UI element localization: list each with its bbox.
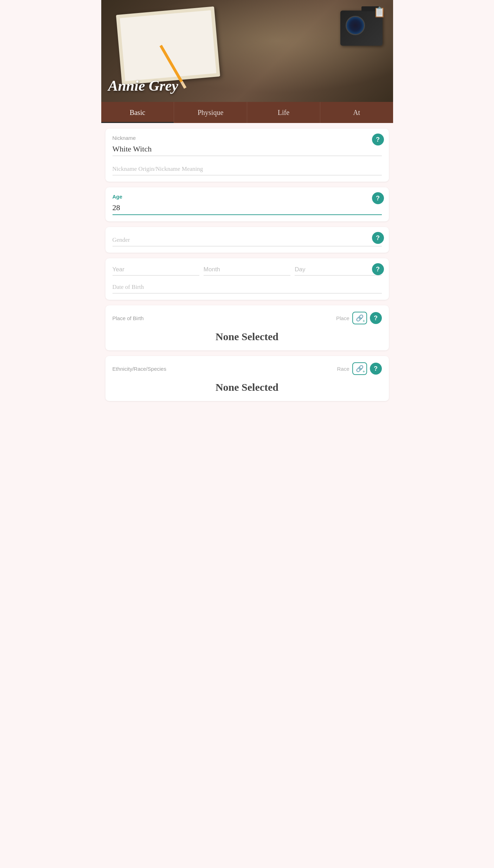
main-content: Nickname ? Age ? ? ? bbox=[101, 123, 393, 412]
race-tag: Race bbox=[337, 366, 349, 372]
age-help-button[interactable]: ? bbox=[372, 192, 384, 204]
dob-row bbox=[113, 265, 382, 276]
tab-life[interactable]: Life bbox=[247, 102, 320, 123]
tab-basic[interactable]: Basic bbox=[101, 102, 174, 123]
nickname-origin-input[interactable] bbox=[113, 162, 382, 175]
place-help-button[interactable]: ? bbox=[370, 312, 382, 324]
nickname-card: Nickname ? bbox=[105, 129, 389, 182]
character-name: Annie Grey bbox=[108, 77, 179, 94]
tab-at[interactable]: At bbox=[320, 102, 393, 123]
nickname-help-button[interactable]: ? bbox=[372, 134, 384, 145]
nickname-input[interactable] bbox=[113, 143, 382, 156]
dob-card: ? bbox=[105, 258, 389, 300]
ethnicity-none-selected: None Selected bbox=[113, 378, 382, 395]
age-label: Age bbox=[113, 194, 382, 200]
dob-help-button[interactable]: ? bbox=[372, 263, 384, 275]
age-card: Age ? bbox=[105, 187, 389, 221]
ethnicity-header: Ethnicity/Race/Species Race 🔗 + ? bbox=[113, 362, 382, 375]
day-input[interactable] bbox=[295, 265, 381, 276]
year-field bbox=[113, 265, 199, 276]
ethnicity-link-plus-icon: + bbox=[363, 369, 365, 374]
year-input[interactable] bbox=[113, 265, 199, 276]
gender-input[interactable] bbox=[113, 233, 382, 246]
ethnicity-link-button[interactable]: 🔗 + bbox=[352, 362, 367, 375]
link-plus-icon: + bbox=[363, 318, 365, 323]
ethnicity-right-controls: Race 🔗 + ? bbox=[337, 362, 381, 375]
edit-icon[interactable]: 📋 bbox=[371, 4, 388, 20]
nickname-label: Nickname bbox=[113, 135, 382, 141]
dob-input[interactable] bbox=[113, 280, 382, 293]
ethnicity-help-button[interactable]: ? bbox=[370, 363, 382, 375]
month-input[interactable] bbox=[204, 265, 290, 276]
tab-bar: Basic Physique Life At bbox=[101, 102, 393, 123]
place-of-birth-card: Place of Birth Place 🔗 + ? None Selected bbox=[105, 305, 389, 350]
ethnicity-label: Ethnicity/Race/Species bbox=[113, 366, 166, 372]
ethnicity-card: Ethnicity/Race/Species Race 🔗 + ? None S… bbox=[105, 356, 389, 401]
place-tag: Place bbox=[336, 315, 349, 321]
tab-physique[interactable]: Physique bbox=[174, 102, 247, 123]
place-of-birth-label: Place of Birth bbox=[113, 315, 144, 321]
month-field bbox=[204, 265, 290, 276]
place-right-controls: Place 🔗 + ? bbox=[336, 312, 382, 324]
place-header: Place of Birth Place 🔗 + ? bbox=[113, 312, 382, 324]
day-field bbox=[295, 265, 381, 276]
place-link-button[interactable]: 🔗 + bbox=[352, 312, 367, 324]
age-input[interactable] bbox=[113, 202, 382, 215]
notebook-decoration bbox=[116, 6, 220, 85]
hero-section: 📋 Annie Grey bbox=[101, 0, 393, 102]
gender-help-button[interactable]: ? bbox=[372, 232, 384, 244]
place-none-selected: None Selected bbox=[113, 328, 382, 344]
gender-card: ? bbox=[105, 227, 389, 253]
camera-lens bbox=[346, 16, 365, 35]
